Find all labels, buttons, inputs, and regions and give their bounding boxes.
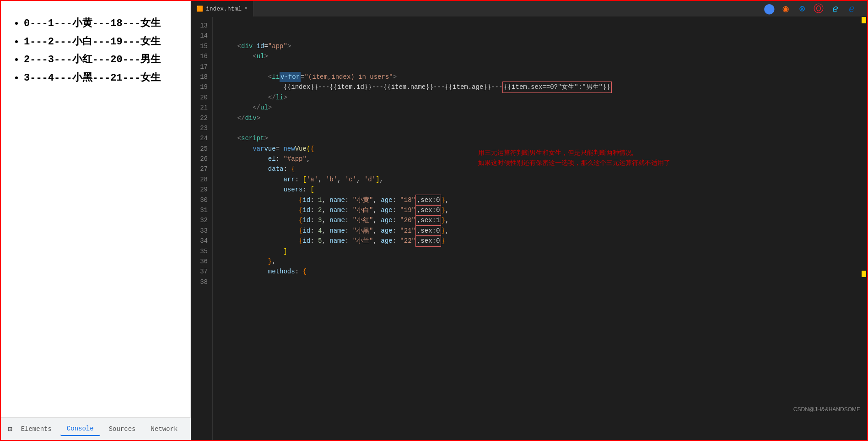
devtools-icon: ⊡ [8, 423, 12, 436]
tab-console[interactable]: Console [60, 422, 100, 436]
browser-output: 0---1---小黄---18---女生 1---2---小白---19---女… [1, 1, 191, 417]
code-line-33: {id: 4, name: "小黑", age: "21",sex:0}, [213, 226, 867, 236]
file-icon: 🟧 [196, 5, 203, 12]
list-item: 2---3---小红---20---男生 [24, 51, 177, 69]
list-item: 1---2---小白---19---女生 [24, 33, 177, 51]
code-line-31: {id: 2, name: "小白", age: "19",sex:0}, [213, 205, 867, 215]
list-item: 3---4---小黑---21---女生 [24, 69, 177, 87]
code-line-20: </li> [213, 93, 867, 103]
ie-icon: ℯ [829, 2, 841, 15]
output-list: 0---1---小黄---18---女生 1---2---小白---19---女… [15, 15, 177, 87]
code-content: <div id="app"> <ul> <li v-for="(item,ind… [213, 17, 867, 440]
code-line-38 [213, 277, 867, 287]
code-line-37: methods: { [213, 267, 867, 277]
tab-filename: index.html [206, 5, 242, 12]
scrollbar[interactable] [861, 17, 867, 440]
code-line-18: <li v-for="(item,index) in users"> [213, 72, 867, 82]
code-line-32: {id: 3, name: "小红", age: "20",sex:1}, [213, 215, 867, 225]
list-item: 0---1---小黄---18---女生 [24, 15, 177, 33]
code-line-15: <div id="app"> [213, 41, 867, 51]
code-line-22: </div> [213, 113, 867, 123]
firefox-icon: ◉ [779, 2, 792, 15]
watermark: CSDN@JH&&HANDSOME [793, 406, 860, 413]
code-line-19: {{index}}---{{item.id}}---{{item.name}}-… [213, 82, 867, 92]
code-line-30: {id: 1, name: "小黄", age: "18",sex:0}, [213, 195, 867, 205]
edge-icon: ⊗ [796, 2, 809, 15]
code-line-21: </ul> [213, 103, 867, 113]
code-line-29: users: [ [213, 185, 867, 195]
code-editor: 🟧 index.html × ⬤ ◉ ⊗ Ⓞ ℯ ℯ 13 14 15 16 [191, 1, 867, 440]
code-line-16: <ul> [213, 51, 867, 61]
code-line-14 [213, 31, 867, 41]
code-line-17 [213, 62, 867, 72]
code-line-34: {id: 5, name: "小兰", age: "22",sex:0} [213, 236, 867, 246]
code-line-24: <script> [213, 133, 867, 143]
code-line-23 [213, 123, 867, 133]
code-area: 13 14 15 16 17 18 19 20 21 22 23 24 25 2… [191, 17, 867, 440]
code-line-25: var vue = new Vue({ [213, 144, 867, 154]
editor-tab[interactable]: 🟧 index.html × [191, 1, 253, 16]
editor-tab-bar: 🟧 index.html × ⬤ ◉ ⊗ Ⓞ ℯ ℯ [191, 1, 867, 17]
tab-sources[interactable]: Sources [102, 423, 142, 436]
main-container: 0---1---小黄---18---女生 1---2---小白---19---女… [1, 1, 867, 440]
tab-elements[interactable]: Elements [15, 423, 58, 436]
chrome-icon: ⬤ [763, 2, 776, 15]
code-line-13 [213, 21, 867, 31]
tab-close-button[interactable]: × [244, 5, 248, 12]
code-line-35: ] [213, 246, 867, 256]
code-line-27: data: { [213, 164, 867, 174]
code-line-28: arr: ['a', 'b', 'c', 'd'], [213, 174, 867, 185]
devtools-bar: ⊡ Elements Console Sources Network [1, 417, 191, 440]
scrollbar-thumb-mid [862, 271, 866, 277]
code-line-26: el: "#app", [213, 154, 867, 164]
scrollbar-thumb-top [862, 17, 866, 23]
code-line-36: }, [213, 256, 867, 267]
edge2-icon: ℯ [845, 2, 858, 15]
line-numbers: 13 14 15 16 17 18 19 20 21 22 23 24 25 2… [191, 17, 213, 440]
opera-icon: Ⓞ [812, 2, 825, 15]
tab-network[interactable]: Network [144, 423, 184, 436]
